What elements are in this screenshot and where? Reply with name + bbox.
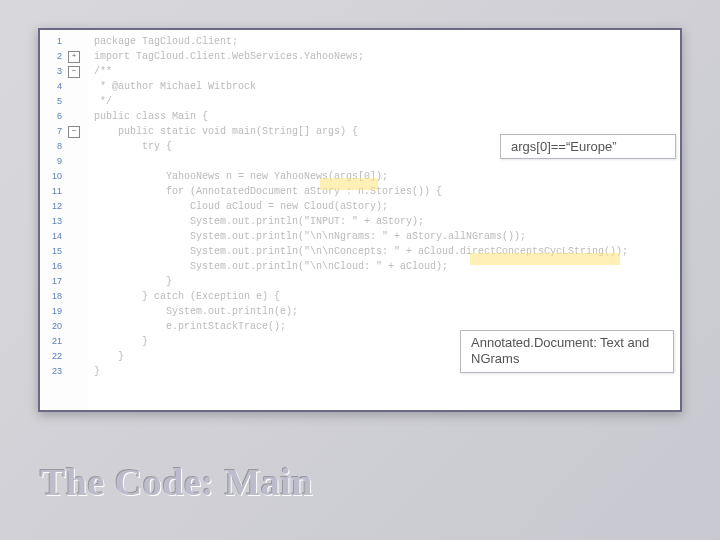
line-number: 10	[44, 171, 62, 181]
code-line	[88, 154, 142, 169]
line-number: 15	[44, 246, 62, 256]
code-line: public class Main {	[88, 109, 208, 124]
code-line: try {	[88, 139, 172, 154]
callout-args: args[0]==“Europe”	[500, 134, 676, 159]
line-number: 23	[44, 366, 62, 376]
code-line: * @author Michael Witbrock	[88, 79, 256, 94]
code-line: public static void main(String[] args) {	[88, 124, 358, 139]
line-number: 2	[44, 51, 62, 61]
line-number: 8	[44, 141, 62, 151]
line-number-gutter: 12+3−4567−891011121314151617181920212223	[40, 30, 89, 410]
line-number: 14	[44, 231, 62, 241]
line-number: 12	[44, 201, 62, 211]
slide-title: The Code: Main	[40, 460, 313, 504]
line-number: 6	[44, 111, 62, 121]
line-number: 13	[44, 216, 62, 226]
code-line: System.out.println("INPUT: " + aStory);	[88, 214, 424, 229]
line-number: 3	[44, 66, 62, 76]
line-number: 20	[44, 321, 62, 331]
fold-toggle[interactable]: +	[68, 51, 80, 63]
line-number: 1	[44, 36, 62, 46]
code-line: Cloud aCloud = new Cloud(aStory);	[88, 199, 388, 214]
highlight-directconcepts	[470, 253, 620, 265]
line-number: 17	[44, 276, 62, 286]
code-line: import TagCloud.Client.WebServices.Yahoo…	[88, 49, 364, 64]
code-line: } catch (Exception e) {	[88, 289, 280, 304]
callout-annotated-doc: Annotated.Document: Text and NGrams	[460, 330, 674, 373]
code-line: }	[88, 349, 124, 364]
code-line: }	[88, 274, 172, 289]
code-line: for (AnnotatedDocument aStory : n.Storie…	[88, 184, 442, 199]
code-line: /**	[88, 64, 112, 79]
highlight-args	[320, 178, 378, 190]
line-number: 16	[44, 261, 62, 271]
line-number: 22	[44, 351, 62, 361]
code-line: package TagCloud.Client;	[88, 34, 238, 49]
fold-toggle[interactable]: −	[68, 66, 80, 78]
code-line: */	[88, 94, 112, 109]
line-number: 11	[44, 186, 62, 196]
line-number: 4	[44, 81, 62, 91]
line-number: 9	[44, 156, 62, 166]
code-line: }	[88, 364, 100, 379]
line-number: 21	[44, 336, 62, 346]
code-editor-frame: 12+3−4567−891011121314151617181920212223…	[38, 28, 682, 412]
fold-toggle[interactable]: −	[68, 126, 80, 138]
line-number: 7	[44, 126, 62, 136]
code-line: System.out.println("\n\nCloud: " + aClou…	[88, 259, 448, 274]
line-number: 19	[44, 306, 62, 316]
code-line: System.out.println("\n\nNgrams: " + aSto…	[88, 229, 526, 244]
line-number: 5	[44, 96, 62, 106]
code-line: e.printStackTrace();	[88, 319, 286, 334]
line-number: 18	[44, 291, 62, 301]
code-line: System.out.println(e);	[88, 304, 298, 319]
code-line: }	[88, 334, 148, 349]
